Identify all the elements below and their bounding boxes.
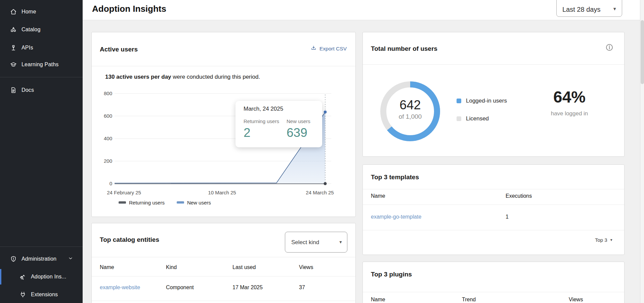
- top-plugins-card: Top 3 plugins Name Trend Views: [362, 262, 625, 303]
- entity-link[interactable]: example-website: [100, 285, 140, 290]
- sidebar-item-apis[interactable]: APIs: [0, 41, 83, 54]
- sidebar-item-label: Catalog: [22, 27, 41, 33]
- y-tick: 0: [97, 181, 112, 186]
- top-templates-card: Top 3 templates Name Executions example-…: [362, 164, 625, 255]
- column-header-trend: Trend: [462, 297, 476, 303]
- sidebar-divider: [0, 247, 83, 247]
- sidebar-item-docs[interactable]: Docs: [0, 83, 83, 97]
- legend-logged-in: Logged-in users: [457, 98, 507, 104]
- x-tick: 10 March 25: [208, 190, 236, 195]
- shield-exclamation-icon: [10, 256, 17, 262]
- legend-label: Licensed: [466, 115, 489, 122]
- sidebar: Home Catalog APIs Learning Paths Docs: [0, 0, 83, 303]
- logged-in-swatch: [457, 99, 461, 103]
- logged-in-percentage: 64% have logged in: [531, 88, 608, 117]
- percent-caption: have logged in: [531, 110, 608, 117]
- page-title: Adoption Insights: [92, 4, 166, 14]
- card-divider: [92, 257, 355, 257]
- card-title: Active users: [100, 46, 138, 53]
- sidebar-item-label: Administration: [22, 256, 56, 262]
- summary-bold: 130 active users per day: [105, 74, 171, 80]
- sidebar-item-label: APIs: [22, 45, 33, 51]
- column-header-executions: Executions: [506, 193, 532, 199]
- select-kind-dropdown[interactable]: Select kind ▼: [285, 232, 347, 253]
- column-header-name: Name: [371, 297, 385, 303]
- card-divider: [363, 189, 624, 189]
- sidebar-item-label: Home: [22, 9, 36, 15]
- donut-legend: Logged-in users Licensed: [457, 98, 507, 133]
- select-caret-icon: ▼: [612, 6, 617, 11]
- card-title: Total number of users: [371, 45, 437, 52]
- catalog-icon: [10, 26, 17, 33]
- card-divider: [92, 66, 355, 66]
- page-header: Adoption Insights Last 28 days ▼: [83, 0, 644, 20]
- card-title: Top catalog entities: [100, 236, 159, 243]
- y-tick: 600: [97, 113, 112, 119]
- info-icon[interactable]: [605, 43, 613, 51]
- sidebar-item-label: Learning Paths: [22, 62, 58, 68]
- table-divider: [92, 301, 355, 301]
- adoption-insights-page: Home Catalog APIs Learning Paths Docs: [0, 0, 644, 303]
- licensed-swatch: [457, 116, 461, 121]
- active-users-summary: 130 active users per day were conducted …: [105, 74, 260, 80]
- select-caret-icon: ▼: [610, 238, 613, 242]
- home-icon: [10, 8, 17, 15]
- column-header-views: Views: [299, 264, 313, 270]
- card-title: Top 3 templates: [371, 174, 419, 181]
- column-header-kind: Kind: [166, 264, 177, 270]
- download-icon: [311, 45, 316, 52]
- tooltip-label: Returning users: [244, 118, 279, 124]
- chart-tooltip: March, 24 2025 Returning users 2 New use…: [235, 101, 322, 147]
- select-kind-value: Select kind: [291, 239, 319, 246]
- table-row: example-website: [100, 285, 140, 291]
- returning-users-swatch: [119, 201, 126, 204]
- x-tick: 24 February 25: [107, 190, 141, 195]
- card-title: Top 3 plugins: [371, 271, 412, 278]
- scrollbar-thumb[interactable]: [641, 20, 644, 84]
- graduation-cap-icon: [10, 61, 17, 68]
- total-count: of 1,000: [377, 113, 444, 120]
- active-users-card: Active users Export CSV 130 active users…: [91, 32, 356, 217]
- legend-licensed: Licensed: [457, 115, 507, 122]
- tooltip-label: New users: [287, 118, 310, 124]
- template-link[interactable]: example-go-template: [371, 214, 421, 220]
- table-divider: [363, 204, 624, 205]
- tooltip-new-users: New users 639: [287, 118, 310, 140]
- card-divider: [363, 292, 624, 292]
- sidebar-item-learning-paths[interactable]: Learning Paths: [0, 58, 83, 71]
- sidebar-item-home[interactable]: Home: [0, 5, 83, 18]
- template-executions: 1: [506, 214, 509, 220]
- sidebar-item-catalog[interactable]: Catalog: [0, 23, 83, 36]
- vertical-scrollbar[interactable]: [640, 0, 644, 303]
- top-n-value: Top 3: [595, 237, 607, 243]
- export-csv-button[interactable]: Export CSV: [311, 45, 347, 52]
- card-divider: [363, 64, 624, 65]
- chart-legend: Returning users New users: [119, 200, 211, 205]
- tooltip-date: March, 24 2025: [244, 106, 283, 112]
- legend-label: Logged-in users: [466, 98, 507, 104]
- top-n-selector[interactable]: Top 3 ▼: [595, 237, 613, 243]
- y-tick: 200: [97, 158, 112, 164]
- sidebar-item-label: Extensions: [31, 292, 58, 298]
- select-caret-icon: ▼: [339, 240, 343, 244]
- sidebar-item-adoption-insights[interactable]: Adoption Ins...: [0, 270, 83, 283]
- entity-last-used: 17 Mar 2025: [232, 285, 263, 291]
- active-users-chart[interactable]: 800 600 400 200 0: [92, 86, 356, 217]
- sidebar-item-extensions[interactable]: Extensions: [0, 288, 83, 301]
- table-divider: [92, 276, 355, 276]
- sidebar-item-label: Docs: [22, 87, 34, 93]
- legend-label: New users: [187, 200, 211, 205]
- table-row: example-go-template: [371, 214, 421, 220]
- tooltip-value: 639: [287, 126, 310, 140]
- sidebar-divider: [0, 77, 83, 77]
- sidebar-item-administration[interactable]: Administration: [0, 252, 83, 266]
- percent-value: 64%: [531, 88, 608, 106]
- tooltip-value: 2: [244, 126, 279, 140]
- date-range-select[interactable]: Last 28 days ▼: [556, 0, 622, 17]
- sidebar-item-label: Adoption Ins...: [31, 274, 66, 280]
- logged-in-count: 642: [377, 98, 444, 112]
- legend-returning-users: Returning users: [119, 200, 165, 205]
- plug-icon: [19, 291, 26, 298]
- date-range-value: Last 28 days: [562, 6, 600, 13]
- y-tick: 400: [97, 136, 112, 141]
